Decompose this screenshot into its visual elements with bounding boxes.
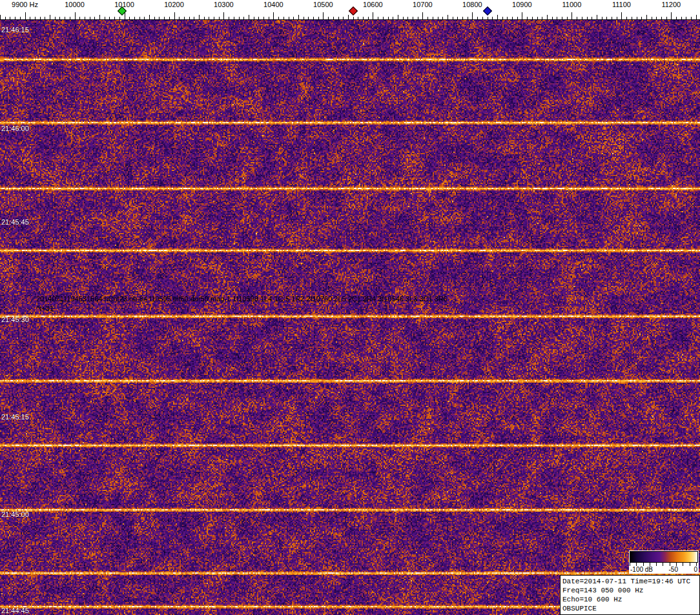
scale-tick [427,17,428,19]
scale-tick [65,17,65,19]
scale-tick [666,17,667,19]
scale-tick [254,17,254,19]
scale-tick [537,17,538,19]
scale-tick [263,17,264,19]
scale-tick [204,17,205,19]
scale-tick [328,17,329,19]
colorbar-label-max: 0 [694,566,697,573]
scale-tick [691,17,692,19]
scale-tick [448,15,448,19]
scale-tick [497,15,498,19]
scale-tick [338,17,339,19]
scale-tick [214,17,214,19]
scale-tick [59,17,60,19]
time-label: 21:46:15 [1,26,29,34]
freq-label: 10200 [164,1,184,8]
scale-tick [522,12,522,19]
scale-tick [298,15,299,19]
scale-tick [209,17,209,19]
scale-tick [606,17,607,19]
scale-tick [617,17,617,19]
scale-tick [612,17,612,19]
scale-tick [597,15,597,19]
scale-tick [144,17,145,19]
scale-tick [129,17,130,19]
freq-label: 11200 [661,1,681,8]
scale-tick [333,17,334,19]
scale-tick [308,17,309,19]
scale-tick [234,17,234,19]
scale-tick [323,12,324,19]
red-marker-icon[interactable] [349,6,358,15]
info-line-datetime: Date=2014-07-11 Time=19:46 UTC [562,577,697,586]
scale-tick [50,15,50,19]
scale-tick [577,17,577,19]
frequency-scale[interactable]: 9900 Hz100001010010200103001040010500106… [0,0,700,20]
scale-tick [507,17,508,19]
scale-tick [472,12,473,19]
colorbar-label-mid: -50 [669,566,678,573]
scale-tick [403,17,404,19]
scale-tick [661,17,662,19]
scale-tick [637,17,637,19]
scale-tick [139,17,140,19]
scale-tick [119,17,120,19]
scale-tick [159,17,160,19]
freq-label: 10500 [313,1,333,8]
scale-tick [602,17,602,19]
scale-tick [626,17,627,19]
scale-tick [433,17,433,19]
freq-label: 11100 [612,1,631,8]
scale-tick [239,17,240,19]
scale-tick [532,17,533,19]
scale-tick [55,17,56,19]
scale-tick [567,17,568,19]
scale-tick [223,12,224,19]
colorbar-gradient [630,551,698,563]
scale-tick [492,17,493,19]
info-line-frequency: Freq=143 050 000 Hz [562,586,697,595]
waterfall-canvas[interactable] [0,20,700,615]
scale-tick [398,15,398,19]
time-label: 21:46:00 [1,125,29,132]
waterfall[interactable]: 21:46:1521:46:0021:45:4521:45:3021:45:15… [0,20,700,615]
blue-marker-icon[interactable] [482,6,491,15]
scale-tick [557,17,557,19]
scale-tick [90,17,90,19]
scale-tick [40,17,41,19]
scale-tick [199,15,200,19]
scale-tick [592,17,592,19]
scale-tick [442,17,443,19]
scale-tick [696,15,697,19]
scale-tick [5,17,6,19]
scale-tick [438,17,438,19]
scale-tick [189,17,190,19]
scale-tick [383,17,384,19]
scale-tick [517,17,518,19]
scale-tick [318,17,319,19]
info-box: Date=2014-07-11 Time=19:46 UTC Freq=143 … [560,575,700,615]
scale-tick [681,17,682,19]
scale-tick [373,12,373,19]
scale-tick [393,17,393,19]
scale-tick [388,17,389,19]
scale-tick [552,17,553,19]
scale-tick [273,12,274,19]
scale-tick [348,15,349,19]
scale-tick [283,17,284,19]
scale-tick [462,17,463,19]
freq-label: 10100 [114,1,134,8]
freq-label: 10300 [214,1,234,8]
scale-tick [422,12,423,19]
scale-tick [343,17,344,19]
time-label: 21:44:45 [1,607,29,614]
scale-tick [358,17,358,19]
scale-tick [10,17,10,19]
scale-tick [15,17,15,19]
freq-label: 10800 [462,1,482,8]
time-label: 21:45:15 [1,413,29,421]
freq-label: 10000 [65,1,85,8]
freq-label: 10900 [512,1,532,8]
spectrogram-app-window: 9900 Hz100001010010200103001040010500106… [0,0,700,615]
scale-tick [154,17,155,19]
